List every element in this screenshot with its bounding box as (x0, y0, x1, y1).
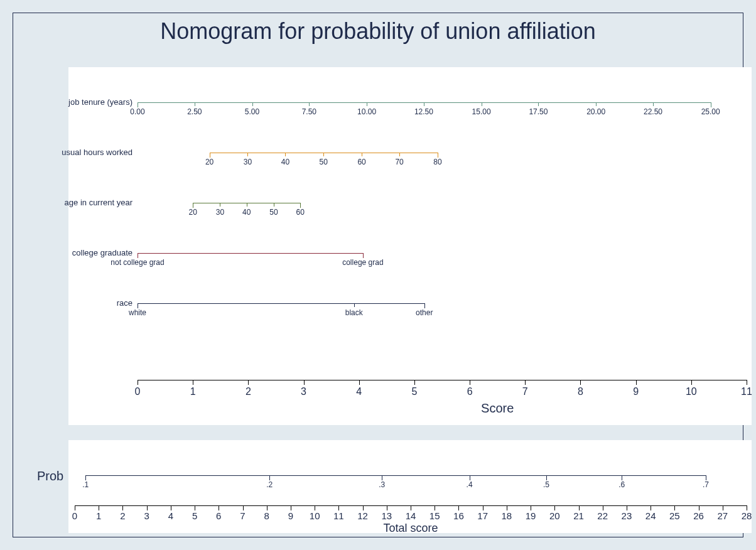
predictor-tick-label: black (345, 308, 363, 317)
total-score-tick-label: 23 (622, 510, 632, 521)
predictor-axis (138, 253, 363, 254)
predictor-tick (596, 102, 597, 106)
total-score-tick-label: 14 (406, 510, 416, 521)
predictor-tick-label: 50 (320, 158, 328, 166)
total-score-tick-label: 0 (72, 510, 77, 521)
total-score-tick (387, 505, 387, 510)
predictor-tick (363, 253, 364, 257)
prob-tick (382, 475, 382, 480)
score-tick (359, 380, 360, 385)
predictor-axis (138, 303, 424, 304)
predictor-tick-label: 5.00 (245, 107, 259, 116)
total-score-tick-label: 22 (597, 510, 608, 521)
total-score-tick (147, 505, 148, 510)
predictor-tick-label: 70 (395, 158, 403, 166)
total-score-tick (627, 505, 627, 510)
predictor-tick (538, 102, 539, 106)
total-score-tick (315, 505, 315, 510)
predictor-tick (438, 153, 438, 156)
total-score-tick-label: 6 (216, 510, 221, 521)
prob-tick (706, 475, 706, 480)
predictor-tick (362, 153, 362, 156)
prob-tick (622, 475, 622, 480)
prob-tick-label: .3 (379, 480, 385, 489)
total-score-panel: .1.2.3.4.5.6.701234567891011121314151617… (68, 440, 752, 533)
prob-tick (546, 475, 547, 480)
score-tick (580, 380, 581, 385)
predictor-tick-label: 20.00 (586, 107, 605, 116)
score-axis-label: Score (481, 401, 514, 416)
total-score-tick-label: 11 (333, 510, 344, 521)
predictor-tick (138, 303, 138, 307)
total-score-tick-label: 25 (669, 510, 680, 521)
predictor-tick-label: 60 (357, 158, 365, 166)
predictor-tick-label: 7.50 (302, 107, 316, 116)
predictor-tick (138, 253, 138, 257)
predictor-tick-label: 50 (269, 208, 278, 217)
total-score-tick-label: 12 (357, 510, 368, 521)
score-tick-label: 5 (411, 386, 417, 397)
score-tick-label: 4 (356, 386, 362, 397)
total-score-tick-label: 10 (310, 510, 320, 521)
total-score-tick (723, 505, 723, 510)
predictor-tick-label: other (416, 308, 433, 317)
predictor-tick-label: 20 (188, 208, 197, 217)
score-tick (691, 380, 692, 385)
total-score-tick-label: 20 (549, 510, 560, 521)
prob-tick (470, 475, 470, 480)
predictor-tick (424, 303, 425, 307)
total-score-tick-label: 3 (144, 510, 149, 521)
score-tick (747, 380, 747, 385)
total-score-tick (674, 505, 675, 510)
predictor-tick-label: 15.00 (472, 107, 491, 116)
total-score-tick-label: 21 (573, 510, 584, 521)
total-score-tick-label: 19 (526, 510, 536, 521)
predictor-tick (354, 303, 355, 307)
score-tick-label: 9 (633, 386, 639, 397)
total-score-tick (483, 505, 483, 510)
score-tick (525, 380, 526, 385)
score-tick-label: 0 (135, 386, 141, 397)
total-score-tick-label: 8 (264, 510, 269, 521)
total-score-axis-label: Total score (383, 522, 438, 535)
predictor-tick (424, 102, 424, 106)
total-score-tick-label: 9 (288, 510, 293, 521)
total-score-tick (291, 505, 291, 510)
predictor-tick-label: 30 (216, 208, 224, 217)
predictor-tick-label: 60 (296, 208, 305, 217)
predictor-tick (247, 203, 247, 207)
predictor-tick (247, 153, 248, 156)
predictor-tick-label: not college grad (111, 258, 164, 267)
total-score-tick-label: 15 (429, 510, 440, 521)
score-tick-label: 7 (522, 386, 528, 397)
total-score-tick (75, 505, 75, 510)
total-score-tick (195, 505, 195, 510)
predictor-tick-label: 40 (281, 158, 289, 166)
prob-tick-label: .4 (467, 480, 473, 489)
score-tick-label: 10 (686, 386, 697, 397)
total-score-tick (747, 505, 747, 510)
predictor-tick (309, 102, 310, 106)
total-score-tick-label: 4 (168, 510, 173, 521)
predictor-name: race (7, 298, 138, 308)
predictor-tick (711, 102, 711, 106)
predictor-tick (195, 102, 195, 106)
total-score-tick (603, 505, 603, 510)
total-score-tick (99, 505, 99, 510)
total-score-tick (531, 505, 531, 510)
prob-tick (85, 475, 86, 480)
score-tick (414, 380, 415, 385)
predictor-tick (367, 102, 367, 106)
score-tick (138, 380, 138, 385)
score-tick-label: 2 (246, 386, 251, 397)
prob-tick-label: .1 (82, 480, 89, 489)
predictor-tick-label: 40 (242, 208, 251, 217)
total-score-tick (554, 505, 555, 510)
total-score-tick (579, 505, 580, 510)
predictor-tick (653, 102, 654, 106)
total-score-tick (363, 505, 364, 510)
total-score-tick-label: 17 (477, 510, 488, 521)
total-score-tick-label: 5 (192, 510, 197, 521)
prob-tick-label: .6 (618, 480, 625, 489)
predictor-tick (193, 203, 193, 207)
